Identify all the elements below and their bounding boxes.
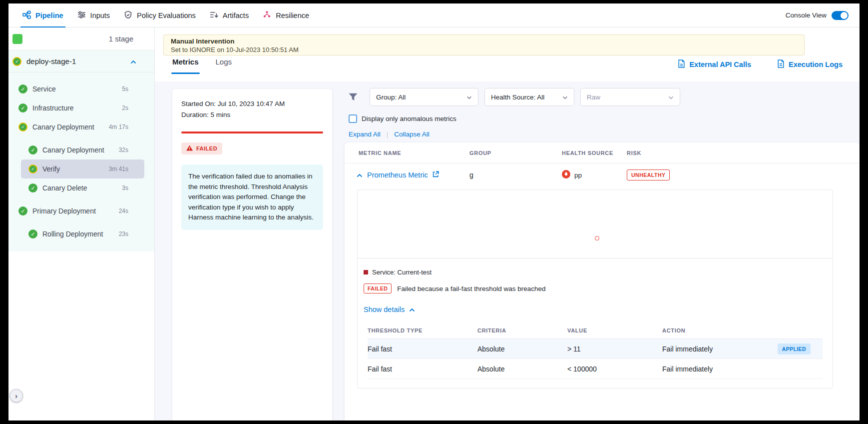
chart-data-point[interactable] bbox=[595, 236, 599, 240]
divider: | bbox=[387, 130, 389, 138]
metric-name-link[interactable]: Prometheus Metric bbox=[367, 171, 428, 179]
health-source-filter-dropdown[interactable]: Health Source: All bbox=[484, 88, 574, 106]
threshold-action-cell: Fail immediately bbox=[662, 365, 823, 373]
sidebar-step-primary-deployment[interactable]: Primary Deployment 24s bbox=[8, 202, 154, 220]
threshold-action-cell: Fail immediately APPLIED bbox=[662, 344, 823, 354]
threshold-action: Fail immediately bbox=[662, 365, 713, 373]
execution-logs-icon bbox=[777, 60, 785, 70]
verification-summary-card: Started On: Jul 10, 2023 10:47 AM Durati… bbox=[172, 89, 332, 420]
shield-check-icon bbox=[124, 10, 132, 20]
tab-pipeline-label: Pipeline bbox=[35, 12, 63, 20]
threshold-row: Fail fast Absolute < 100000 Fail immedia… bbox=[368, 359, 823, 379]
external-api-calls-label: External API Calls bbox=[689, 60, 751, 68]
threshold-value: < 100000 bbox=[567, 365, 662, 373]
tab-metrics[interactable]: Metrics bbox=[172, 58, 199, 74]
sidebar-step-canary-deployment[interactable]: Canary Deployment 4m 17s bbox=[8, 118, 154, 136]
banner-title: Manual Intervention bbox=[171, 38, 797, 45]
external-api-calls-link[interactable]: External API Calls bbox=[678, 60, 751, 70]
step-duration: 3s bbox=[122, 184, 128, 192]
pipeline-icon bbox=[22, 10, 31, 20]
external-api-calls-icon bbox=[678, 60, 685, 70]
execution-sidebar: 1 stage deploy-stage-1 Service 5s Infras… bbox=[8, 28, 155, 420]
tab-resilience[interactable]: Resilience bbox=[256, 4, 316, 28]
stage-name: deploy-stage-1 bbox=[26, 57, 76, 66]
tab-inputs[interactable]: Inputs bbox=[70, 4, 117, 28]
step-duration: 24s bbox=[119, 208, 128, 214]
show-details-link[interactable]: Show details bbox=[364, 306, 415, 314]
sidebar-step-service[interactable]: Service 5s bbox=[8, 80, 154, 98]
tab-inputs-label: Inputs bbox=[90, 12, 110, 20]
success-status-icon bbox=[18, 206, 27, 216]
col-metric-name: METRIC NAME bbox=[359, 150, 469, 156]
step-duration: 23s bbox=[119, 230, 128, 238]
console-view-toggle[interactable] bbox=[832, 11, 849, 20]
expand-all-link[interactable]: Expand All bbox=[349, 130, 381, 138]
threshold-value: > 11 bbox=[567, 345, 662, 353]
health-source-name: pp bbox=[574, 172, 582, 179]
success-status-icon bbox=[28, 184, 37, 192]
raw-filter-dropdown[interactable]: Raw bbox=[580, 88, 680, 106]
threshold-type: Fail fast bbox=[368, 345, 477, 353]
started-on: Started On: Jul 10, 2023 10:47 AM bbox=[181, 100, 323, 108]
tab-logs[interactable]: Logs bbox=[216, 58, 232, 74]
sidebar-step-rolling-deployment[interactable]: Rolling Deployment 23s bbox=[8, 224, 154, 244]
inputs-icon bbox=[77, 10, 86, 20]
tab-pipeline[interactable]: Pipeline bbox=[15, 4, 70, 28]
step-label: Verify bbox=[42, 165, 60, 173]
anomalous-metrics-filter[interactable]: Display only anomalous metrics bbox=[349, 114, 456, 123]
stage-status-icon bbox=[12, 57, 21, 66]
anomalous-metrics-label: Display only anomalous metrics bbox=[362, 115, 456, 122]
threshold-criteria: Absolute bbox=[477, 365, 567, 373]
sidebar-step-infrastructure[interactable]: Infrastructure 2s bbox=[8, 98, 154, 118]
threshold-type: Fail fast bbox=[368, 365, 477, 373]
success-status-icon bbox=[18, 84, 27, 94]
tab-policy-evaluations[interactable]: Policy Evaluations bbox=[117, 4, 203, 28]
stage-tree: deploy-stage-1 Service 5s Infrastructure… bbox=[8, 50, 154, 252]
sidebar-step-canary-delete[interactable]: Canary Delete 3s bbox=[8, 178, 154, 198]
col-action: ACTION bbox=[662, 328, 823, 334]
metric-row-prometheus: Prometheus Metric g pp UNHEALTHY bbox=[345, 164, 860, 186]
collapse-row-chevron-up-icon[interactable] bbox=[357, 170, 363, 180]
tab-artifacts[interactable]: Artifacts bbox=[203, 4, 256, 28]
metrics-table-header: METRIC NAME GROUP HEALTH SOURCE RISK bbox=[345, 142, 860, 164]
header-links: External API Calls Execution Logs bbox=[678, 60, 843, 70]
metric-name-cell: Prometheus Metric bbox=[357, 170, 467, 180]
threshold-action: Fail immediately bbox=[662, 345, 713, 353]
banner-message: Set to IGNORE on 10-Jul-2023 10:50:51 AM bbox=[171, 46, 797, 54]
tab-resilience-label: Resilience bbox=[276, 12, 309, 20]
sidebar-stage-deploy-stage-1[interactable]: deploy-stage-1 bbox=[8, 50, 154, 72]
chevron-up-icon bbox=[409, 306, 415, 314]
health-source-icon bbox=[562, 170, 570, 180]
step-label: Infrastructure bbox=[32, 104, 73, 112]
success-status-icon bbox=[28, 146, 37, 154]
step-duration: 5s bbox=[122, 86, 128, 92]
artifacts-icon bbox=[210, 10, 218, 20]
group-filter-dropdown[interactable]: Group: All bbox=[370, 88, 478, 106]
chevron-right-icon: › bbox=[15, 392, 17, 400]
collapse-all-link[interactable]: Collapse All bbox=[394, 130, 430, 138]
metric-chart bbox=[358, 190, 833, 258]
metric-detail-card: Service: Current-test FAILED Failed beca… bbox=[357, 190, 833, 388]
raw-filter-placeholder: Raw bbox=[587, 94, 600, 101]
step-duration: 32s bbox=[119, 146, 128, 154]
resilience-icon bbox=[263, 10, 271, 20]
tab-policy-evaluations-label: Policy Evaluations bbox=[137, 12, 196, 20]
execution-logs-link[interactable]: Execution Logs bbox=[777, 60, 843, 70]
manual-intervention-banner: Manual Intervention Set to IGNORE on 10-… bbox=[163, 34, 805, 56]
sidebar-step-canary-deployment-child[interactable]: Canary Deployment 32s bbox=[8, 140, 154, 160]
success-status-icon bbox=[28, 230, 37, 238]
failed-status-label: FAILED bbox=[196, 146, 217, 152]
filter-funnel-icon[interactable] bbox=[349, 93, 358, 101]
applied-badge: APPLIED bbox=[778, 344, 811, 354]
chevron-up-icon[interactable] bbox=[130, 57, 136, 66]
chevron-down-icon bbox=[562, 94, 568, 101]
anomalous-metrics-checkbox[interactable] bbox=[349, 114, 357, 123]
external-link-icon[interactable] bbox=[433, 170, 439, 180]
col-group: GROUP bbox=[469, 150, 562, 156]
chevron-down-icon bbox=[466, 94, 472, 101]
step-duration: 4m 17s bbox=[109, 124, 128, 130]
execution-logs-label: Execution Logs bbox=[789, 60, 843, 68]
step-label: Canary Delete bbox=[42, 184, 87, 192]
console-panel-expand-button[interactable]: › bbox=[9, 389, 23, 402]
sidebar-step-verify[interactable]: Verify 3m 41s bbox=[21, 160, 144, 178]
